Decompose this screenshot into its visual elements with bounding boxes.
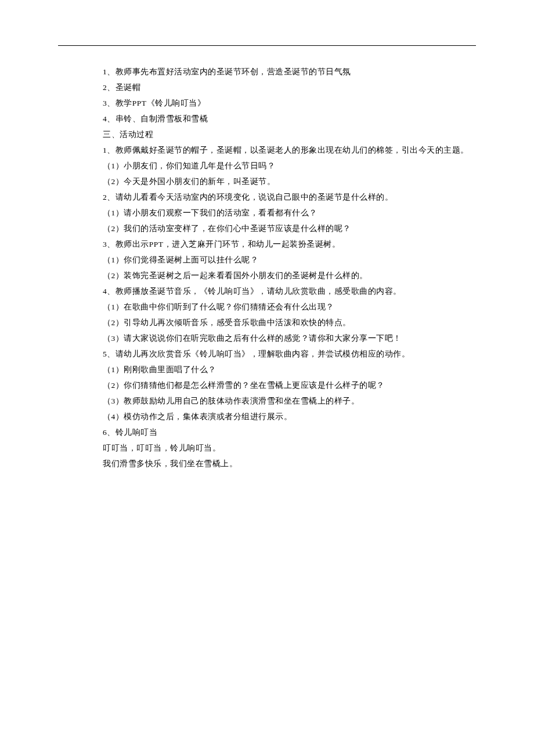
text-line: 4、串铃、自制滑雪板和雪橇 <box>87 111 447 127</box>
text-line: （1）刚刚歌曲里面唱了什么？ <box>87 362 447 377</box>
text-line: （1）在歌曲中你们听到了什么呢？你们猜猜还会有什么出现？ <box>87 299 447 315</box>
text-line: （3）请大家说说你们在听完歌曲之后有什么样的感觉？请你和大家分享一下吧！ <box>87 330 447 346</box>
top-divider <box>58 45 476 46</box>
text-line: 4、教师播放圣诞节音乐，《铃儿响叮当》，请幼儿欣赏歌曲，感受歌曲的内容。 <box>87 283 447 299</box>
text-line: （2）装饰完圣诞树之后一起来看看国外小朋友们的圣诞树是什么样的。 <box>87 268 447 283</box>
text-line: 2、圣诞帽 <box>87 80 447 95</box>
text-line: 我们滑雪多快乐，我们坐在雪橇上。 <box>87 456 447 471</box>
text-line: （1）请小朋友们观察一下我们的活动室，看看都有什么？ <box>87 205 447 221</box>
text-line: （2）引导幼儿再次倾听音乐，感受音乐歌曲中活泼和欢快的特点。 <box>87 315 447 330</box>
text-line: （2）今天是外国小朋友们的新年，叫圣诞节。 <box>87 174 447 189</box>
text-line: （1）小朋友们，你们知道几年是什么节日吗？ <box>87 158 447 174</box>
document-content: 1、教师事先布置好活动室内的圣诞节环创，营造圣诞节的节日气氛 2、圣诞帽 3、教… <box>87 64 447 471</box>
text-line: 三、活动过程 <box>87 127 447 142</box>
text-line: 3、教学PPT《铃儿响叮当》 <box>87 95 447 111</box>
text-line: （3）教师鼓励幼儿用自己的肢体动作表演滑雪和坐在雪橇上的样子。 <box>87 393 447 409</box>
text-line: （4）模仿动作之后，集体表演或者分组进行展示。 <box>87 409 447 424</box>
text-line: 1、教师佩戴好圣诞节的帽子，圣诞帽，以圣诞老人的形象出现在幼儿们的棉签，引出今天… <box>87 142 447 158</box>
text-line: （1）你们觉得圣诞树上面可以挂什么呢？ <box>87 252 447 268</box>
text-line: 1、教师事先布置好活动室内的圣诞节环创，营造圣诞节的节日气氛 <box>87 64 447 80</box>
text-line: 2、请幼儿看看今天活动室内的环境变化，说说自己眼中的圣诞节是什么样的。 <box>87 189 447 205</box>
text-line: 3、教师出示PPT，进入芝麻开门环节，和幼儿一起装扮圣诞树。 <box>87 236 447 252</box>
text-line: 叮叮当，叮叮当，铃儿响叮当。 <box>87 440 447 456</box>
text-line: 5、请幼儿再次欣赏音乐《铃儿响叮当》，理解歌曲内容，并尝试模仿相应的动作。 <box>87 346 447 362</box>
text-line: （2）你们猜猜他们都是怎么样滑雪的？坐在雪橇上更应该是什么样子的呢？ <box>87 377 447 393</box>
text-line: 6、铃儿响叮当 <box>87 424 447 440</box>
text-line: （2）我们的活动室变样了，在你们心中圣诞节应该是什么样的呢？ <box>87 221 447 236</box>
